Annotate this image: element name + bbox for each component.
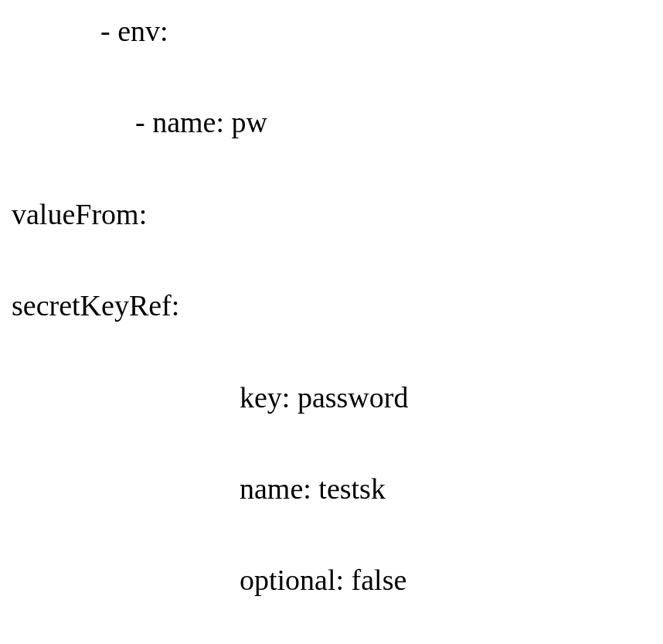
code-line-secretkeyref: secretKeyRef: [12, 288, 179, 322]
code-line-name-pw: - name: pw [135, 105, 267, 139]
code-line-valuefrom: valueFrom: [12, 197, 147, 231]
code-line-name-testsk: name: testsk [240, 472, 386, 506]
code-line-optional: optional: false [240, 563, 406, 597]
code-line-key: key: password [240, 380, 408, 414]
code-line-env: - env: [100, 14, 168, 48]
